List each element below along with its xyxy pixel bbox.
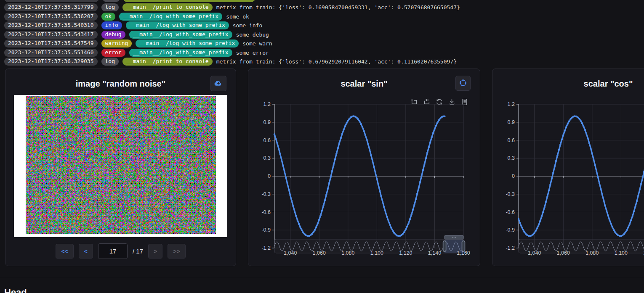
svg-text:0.9: 0.9 [508, 119, 515, 125]
log-row: 2023-12-10T17:37:35.543417debug__main__/… [4, 30, 644, 40]
svg-text:1.2: 1.2 [263, 101, 271, 107]
svg-text:-0.9: -0.9 [506, 227, 515, 233]
svg-text:1.2: 1.2 [508, 101, 515, 107]
scalar-cos-card: scalar "cos" 1.20.90.60.30-0.3-0.6-0.9-1… [492, 69, 644, 266]
datazoom-handle [462, 241, 465, 251]
timestamp-chip: 2023-12-10T17:37:36.329035 [4, 58, 98, 66]
log-rows: 2023-12-10T17:37:35.317799log__main__/pr… [4, 0, 644, 66]
timestamp-chip: 2023-12-10T17:37:35.543417 [4, 31, 98, 39]
level-badge: debug [101, 31, 125, 39]
level-badge: ok [101, 13, 116, 21]
level-badge [103, 0, 120, 2]
next-page-button[interactable]: > [148, 244, 162, 259]
log-message: some debug [236, 32, 269, 38]
log-row: 2023-12-10T17:37:35.540310info__main__/l… [4, 21, 644, 30]
log-message: some warn [242, 40, 272, 47]
image-card-title: image "random noise" [5, 79, 236, 89]
level-badge: warning [101, 40, 132, 48]
log-message: some ok [226, 13, 249, 20]
log-message: some info [233, 22, 262, 29]
svg-text:-0.3: -0.3 [261, 191, 271, 197]
module-badge: __main__/print_to_console [122, 58, 213, 66]
timestamp-chip: 2023-12-10T17:37:35.547549 [4, 40, 98, 48]
scalar-sin-card: scalar "sin" [248, 69, 480, 266]
svg-text:0.3: 0.3 [508, 155, 515, 161]
image-frame [14, 95, 227, 237]
log-row: 2023-12-10T17:37:35.547549warning__main_… [4, 39, 644, 48]
svg-text:0: 0 [512, 173, 515, 179]
image-pagination: << < / 17 > >> [5, 243, 236, 259]
svg-text:0.6: 0.6 [263, 137, 271, 143]
timestamp-chip: 2023-12-10T17:37:35.551460 [4, 49, 98, 57]
svg-text:-1.2: -1.2 [261, 245, 271, 251]
module-badge: __main__/log_with_some_prefix [129, 31, 232, 39]
cloud-download-icon [214, 79, 223, 88]
last-page-button[interactable]: >> [168, 244, 185, 259]
log-row: 2023-12-10T17:37:35.536207ok__main__/log… [4, 12, 644, 21]
datazoom-handle [443, 241, 446, 251]
timestamp-chip: 2023-12-10T17:37:35.540310 [4, 21, 98, 29]
sin-chart[interactable]: 1.20.90.60.30-0.3-0.6-0.9-1.21,0401,0601… [248, 69, 481, 267]
cos-chart[interactable]: 1.20.90.60.30-0.3-0.6-0.9-1.21,0401,0601… [492, 69, 644, 267]
level-badge: log [101, 58, 119, 66]
module-badge: __main__/print_to_console [122, 3, 213, 11]
random-noise-image [26, 96, 216, 234]
svg-text:0.3: 0.3 [263, 155, 271, 161]
log-row-clipped [4, 0, 259, 2]
level-badge: error [101, 49, 125, 57]
level-badge: info [101, 21, 122, 29]
svg-text:-0.6: -0.6 [506, 209, 515, 215]
svg-text:-1.2: -1.2 [506, 245, 515, 251]
datazoom-window [444, 240, 463, 253]
timestamp-chip: 2023-12-10T17:37:35.536207 [4, 13, 98, 21]
cloud-download-button[interactable] [210, 76, 226, 91]
module-badge: __main__/log_with_some_prefix [119, 13, 222, 21]
page-total-label: / 17 [133, 248, 143, 255]
svg-text:0.9: 0.9 [263, 119, 271, 125]
log-message: some error [236, 50, 269, 56]
log-row: 2023-12-10T17:37:35.551460error__main__/… [4, 48, 644, 58]
svg-text:0: 0 [268, 173, 271, 179]
timestamp-chip: 2023-12-10T17:37:35.317799 [4, 3, 98, 11]
module-badge: __main__/log_with_some_prefix [129, 49, 232, 57]
prev-page-button[interactable]: < [79, 244, 93, 259]
module-badge [123, 0, 255, 2]
svg-text:-0.3: -0.3 [506, 191, 515, 197]
log-message: metrix from train: {'loss': 0.6796292079… [216, 58, 457, 65]
experiment-dashboard: 2023-12-10T17:37:35.317799log__main__/pr… [0, 0, 644, 293]
svg-text:-0.9: -0.9 [261, 227, 271, 233]
page-number-input[interactable] [98, 243, 128, 259]
image-card: image "random noise" << < [5, 69, 236, 266]
log-console: 2023-12-10T17:37:35.317799log__main__/pr… [4, 0, 644, 66]
log-message: metrix from train: {'loss': 0.1690584700… [216, 4, 460, 11]
timestamp-chip [4, 0, 99, 2]
section-divider [0, 278, 644, 278]
module-badge: __main__/log_with_some_prefix [126, 21, 229, 29]
level-badge: log [101, 3, 119, 11]
footer-heading: Head [4, 287, 27, 293]
module-badge: __main__/log_with_some_prefix [136, 40, 239, 48]
first-page-button[interactable]: << [56, 244, 73, 259]
log-row: 2023-12-10T17:37:35.317799log__main__/pr… [4, 3, 644, 12]
svg-text:0.6: 0.6 [508, 137, 515, 143]
svg-text:-0.6: -0.6 [261, 209, 271, 215]
log-row: 2023-12-10T17:37:36.329035log__main__/pr… [4, 57, 644, 66]
